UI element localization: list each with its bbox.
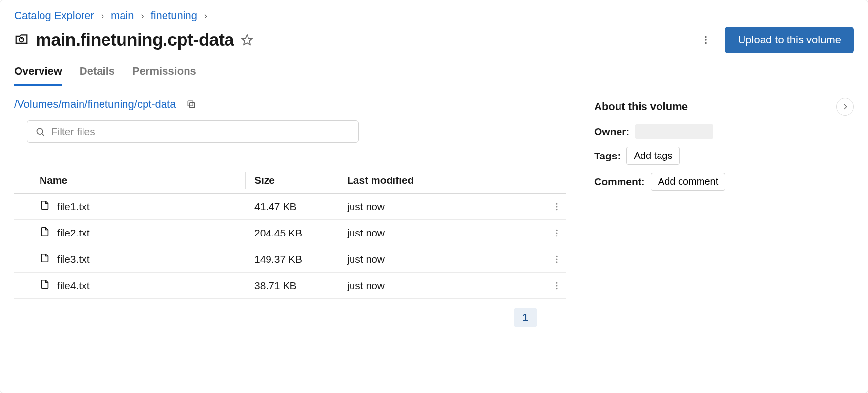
tab-details[interactable]: Details xyxy=(80,62,115,86)
svg-point-10 xyxy=(556,209,558,210)
file-modified: just now xyxy=(347,254,532,265)
svg-point-8 xyxy=(556,203,558,204)
svg-point-12 xyxy=(556,232,558,234)
breadcrumb-item-finetuning[interactable]: finetuning xyxy=(151,9,197,22)
svg-point-6 xyxy=(37,128,42,134)
row-more-actions-icon[interactable] xyxy=(552,202,561,212)
upload-button[interactable]: Upload to this volume xyxy=(725,27,854,53)
svg-marker-0 xyxy=(242,35,252,45)
add-comment-button[interactable]: Add comment xyxy=(651,173,725,191)
volume-path-link[interactable]: /Volumes/main/finetuning/cpt-data xyxy=(14,98,176,111)
svg-point-18 xyxy=(556,285,558,286)
file-name: file2.txt xyxy=(57,227,90,239)
col-header-size[interactable]: Size xyxy=(254,175,347,186)
table-row[interactable]: file1.txt41.47 KBjust now xyxy=(14,194,566,220)
breadcrumb-root[interactable]: Catalog Explorer xyxy=(14,9,94,22)
add-tags-button[interactable]: Add tags xyxy=(626,147,680,165)
collapse-panel-button[interactable] xyxy=(836,98,854,116)
file-modified: just now xyxy=(347,201,532,213)
chevron-right-icon: › xyxy=(141,11,144,21)
file-size: 204.45 KB xyxy=(254,227,347,239)
table-row[interactable]: file3.txt149.37 KBjust now xyxy=(14,246,566,273)
tabs: Overview Details Permissions xyxy=(14,62,854,86)
file-size: 38.71 KB xyxy=(254,280,347,292)
col-header-modified[interactable]: Last modified xyxy=(347,175,532,186)
svg-point-14 xyxy=(556,255,558,257)
row-more-actions-icon[interactable] xyxy=(552,281,561,291)
svg-point-19 xyxy=(556,288,558,289)
files-table: Name Size Last modified file1.txt41.47 K… xyxy=(14,167,566,299)
file-size: 149.37 KB xyxy=(254,254,347,265)
svg-point-16 xyxy=(556,261,558,263)
svg-point-15 xyxy=(556,258,558,260)
svg-point-3 xyxy=(705,42,707,44)
row-more-actions-icon[interactable] xyxy=(552,228,561,238)
file-icon xyxy=(40,279,50,292)
owner-label: Owner: xyxy=(594,126,629,138)
tab-permissions[interactable]: Permissions xyxy=(132,62,196,86)
row-more-actions-icon[interactable] xyxy=(552,255,561,264)
col-header-name[interactable]: Name xyxy=(40,175,254,186)
table-row[interactable]: file4.txt38.71 KBjust now xyxy=(14,273,566,299)
chevron-right-icon xyxy=(841,103,849,111)
svg-point-2 xyxy=(705,39,707,41)
page-title: main.finetuning.cpt-data xyxy=(36,30,234,50)
page-button-1[interactable]: 1 xyxy=(514,308,537,327)
table-row[interactable]: file2.txt204.45 KBjust now xyxy=(14,220,566,246)
file-icon xyxy=(40,200,50,213)
file-name: file3.txt xyxy=(57,254,90,265)
svg-point-13 xyxy=(556,235,558,236)
search-icon xyxy=(35,126,45,137)
file-size: 41.47 KB xyxy=(254,201,347,213)
chevron-right-icon: › xyxy=(101,11,104,21)
breadcrumb-item-main[interactable]: main xyxy=(111,9,134,22)
svg-point-17 xyxy=(556,282,558,283)
more-actions-icon[interactable] xyxy=(698,32,714,48)
filter-files-input[interactable] xyxy=(51,126,351,138)
svg-rect-5 xyxy=(188,101,193,106)
file-name: file1.txt xyxy=(57,201,90,213)
favorite-star-icon[interactable] xyxy=(241,34,253,46)
comment-label: Comment: xyxy=(594,176,645,188)
file-name: file4.txt xyxy=(57,280,90,292)
owner-value xyxy=(635,124,713,139)
file-modified: just now xyxy=(347,227,532,239)
file-icon xyxy=(40,226,50,239)
svg-rect-4 xyxy=(190,103,195,108)
breadcrumb: Catalog Explorer › main › finetuning › xyxy=(14,9,854,22)
copy-icon[interactable] xyxy=(186,99,196,109)
svg-point-1 xyxy=(705,36,707,38)
volume-icon xyxy=(14,32,29,48)
file-icon xyxy=(40,253,50,266)
file-modified: just now xyxy=(347,280,532,292)
svg-point-9 xyxy=(556,206,558,207)
filter-files-input-wrap[interactable] xyxy=(27,120,359,143)
tab-overview[interactable]: Overview xyxy=(14,62,62,86)
tags-label: Tags: xyxy=(594,150,620,162)
about-heading: About this volume xyxy=(594,100,688,113)
svg-point-11 xyxy=(556,229,558,231)
svg-line-7 xyxy=(42,134,44,136)
chevron-right-icon: › xyxy=(204,11,207,21)
